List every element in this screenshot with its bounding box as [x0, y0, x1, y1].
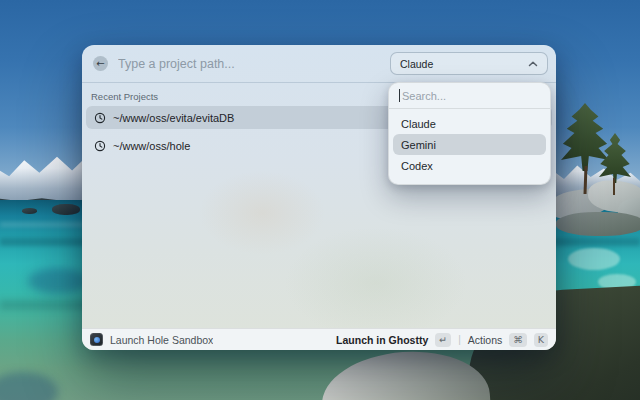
wallpaper-shore-rock: [52, 204, 80, 215]
footer-app-info: Launch Hole Sandbox: [90, 333, 336, 346]
agent-option[interactable]: Claude: [393, 113, 546, 134]
wallpaper-granite-rock: [556, 212, 640, 236]
launcher-footer: Launch Hole Sandbox Launch in Ghostty ↵ …: [82, 328, 556, 350]
footer-divider: |: [458, 334, 461, 345]
recent-projects-header: Recent Projects: [91, 91, 158, 102]
screen: ← Claude Recent Projects ~/www/oss/evita…: [0, 0, 640, 400]
footer-actions: Launch in Ghostty ↵ | Actions ⌘ K: [336, 333, 548, 347]
agent-dropdown-value: Claude: [400, 58, 528, 70]
dropdown-search-row: [389, 83, 550, 108]
k-key-badge: K: [534, 333, 548, 347]
dropdown-search-input[interactable]: [400, 90, 539, 102]
clock-icon: [94, 140, 106, 152]
launcher-topbar: ← Claude: [82, 45, 556, 83]
wallpaper-shore-rock: [22, 208, 37, 214]
agent-dropdown-menu: Claude Gemini Codex: [388, 82, 551, 185]
launch-in-ghostty-button[interactable]: Launch in Ghostty: [336, 334, 428, 346]
sandbox-app-icon: [90, 333, 103, 346]
sandbox-label: Launch Hole Sandbox: [110, 334, 213, 346]
agent-dropdown-button[interactable]: Claude: [390, 52, 548, 75]
dropdown-options: Claude Gemini Codex: [389, 109, 550, 182]
chevron-up-icon: [528, 61, 538, 67]
agent-option[interactable]: Codex: [393, 155, 546, 176]
project-path-input[interactable]: [116, 56, 390, 72]
agent-option[interactable]: Gemini: [393, 134, 546, 155]
return-key-badge: ↵: [435, 333, 451, 347]
actions-button[interactable]: Actions: [468, 334, 502, 346]
command-key-badge: ⌘: [509, 333, 527, 347]
text-cursor: [399, 89, 400, 102]
clock-icon: [94, 112, 106, 124]
back-arrow-icon: ←: [96, 59, 104, 69]
recent-project-path: ~/www/oss/evita/evitaDB: [113, 112, 234, 124]
back-button[interactable]: ←: [93, 56, 108, 71]
recent-project-path: ~/www/oss/hole: [113, 140, 190, 152]
